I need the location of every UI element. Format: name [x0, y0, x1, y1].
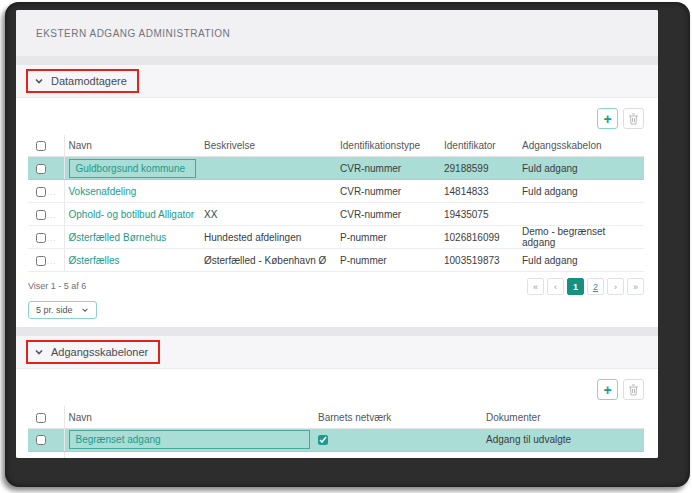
select-all-checkbox[interactable]: [36, 413, 46, 423]
cell-identifikator: 14814833: [440, 180, 518, 203]
column-header-identifikator[interactable]: Identifikator: [440, 135, 518, 157]
recipient-name-link[interactable]: Østerfælles: [69, 255, 120, 266]
app-header: EKSTERN ADGANG ADMINISTRATION: [16, 10, 658, 56]
row-checkbox[interactable]: [36, 233, 46, 243]
cell-adgangsskabelon: [518, 203, 644, 226]
chevron-down-icon: [81, 306, 89, 314]
cell-dokumenter: Adgang til udvalgte: [482, 428, 644, 451]
column-header-navn[interactable]: Navn: [64, 406, 314, 428]
row-checkbox[interactable]: [36, 164, 46, 174]
page-size-value: 5 pr. side: [36, 305, 73, 315]
column-header-adgangsskabelon[interactable]: Adgangsskabelon: [518, 135, 644, 157]
plus-icon: +: [603, 383, 611, 397]
adgangsskabeloner-table: Navn Barnets netværk Dokumenter ... Begr…: [28, 406, 644, 458]
select-all-checkbox[interactable]: [36, 141, 46, 151]
barnets-netvaerk-checkbox[interactable]: [318, 435, 328, 445]
chevron-down-icon[interactable]: [34, 347, 44, 357]
cell-dokumenter: Adgang til alle: [482, 451, 644, 458]
add-button[interactable]: +: [597, 379, 618, 400]
pagination: « ‹ 1 2 › »: [527, 278, 644, 295]
pagination-prev-button[interactable]: ‹: [547, 278, 564, 295]
table-header-row: Navn Beskrivelse Identifikationstype Ide…: [28, 135, 644, 157]
row-checkbox[interactable]: [36, 256, 46, 266]
cell-identifikationstype: CVR-nummer: [336, 157, 440, 180]
row-checkbox[interactable]: [36, 210, 46, 220]
divider-strip: [16, 56, 658, 65]
row-checkbox[interactable]: [36, 187, 46, 197]
section-header-datamodtagere: Datamodtagere: [16, 65, 658, 98]
table-row[interactable]: ... Begrænset adgang Adgang til udvalgte: [28, 428, 644, 451]
column-header-navn[interactable]: Navn: [64, 135, 200, 157]
cell-adgangsskabelon: Fuld adgang: [518, 157, 644, 180]
recipient-name-link[interactable]: Østerfælled Børnehus: [69, 232, 167, 243]
column-header-beskrivelse[interactable]: Beskrivelse: [200, 135, 336, 157]
pagination-page-2[interactable]: 2: [587, 278, 604, 295]
row-dots: ...: [47, 257, 57, 266]
cell-identifikator: 1026816099: [440, 226, 518, 249]
table-row[interactable]: ... Østerfælles Østerfælled - København …: [28, 249, 644, 272]
screenshot-stage: EKSTERN ADGANG ADMINISTRATION Datamodtag…: [0, 0, 692, 493]
row-checkbox[interactable]: [36, 435, 46, 445]
table-row[interactable]: ... Guldborgsund kommune CVR-nummer 2918…: [28, 157, 644, 180]
showing-label: Viser 1 - 5 af 6: [28, 278, 86, 291]
datamodtagere-toolbar: +: [28, 104, 644, 135]
adgangsskabeloner-content: + Navn Barnets netværk Dokumente: [16, 369, 658, 458]
section-header-adgangsskabeloner: Adgangsskabeloner: [16, 336, 658, 369]
pagination-last-button[interactable]: »: [627, 278, 644, 295]
template-name-link[interactable]: Fuld adgang: [69, 457, 125, 458]
datamodtagere-content: + Navn Beskrivelse Identifikatio: [16, 98, 658, 327]
cell-identifikator: 1003519873: [440, 249, 518, 272]
cell-identifikationstype: P-nummer: [336, 226, 440, 249]
row-dots: ...: [47, 165, 57, 174]
app-page: EKSTERN ADGANG ADMINISTRATION Datamodtag…: [16, 10, 658, 458]
table-header-row: Navn Barnets netværk Dokumenter: [28, 406, 644, 428]
section-title-adgangsskabeloner[interactable]: Adgangsskabeloner: [51, 346, 148, 358]
delete-button[interactable]: [623, 108, 644, 129]
section-title-datamodtagere[interactable]: Datamodtagere: [51, 75, 127, 87]
column-header-dokumenter[interactable]: Dokumenter: [482, 406, 644, 428]
table-row[interactable]: ... Fuld adgang Adgang til alle: [28, 451, 644, 458]
row-dots: ...: [47, 234, 57, 243]
cell-beskrivelse: Hundested afdelingen: [200, 226, 336, 249]
recipient-name-link[interactable]: Guldborgsund kommune: [76, 163, 186, 174]
pagination-page-1[interactable]: 1: [567, 278, 584, 295]
template-name-link[interactable]: Begrænset adgang: [76, 434, 161, 445]
table-row[interactable]: ... Østerfælled Børnehus Hundested afdel…: [28, 226, 644, 249]
chevron-down-icon[interactable]: [34, 76, 44, 86]
plus-icon: +: [603, 112, 611, 126]
cell-beskrivelse: XX: [200, 203, 336, 226]
add-button[interactable]: +: [597, 108, 618, 129]
page-size-select[interactable]: 5 pr. side: [28, 301, 97, 319]
trash-icon: [628, 384, 639, 396]
page-title: EKSTERN ADGANG ADMINISTRATION: [36, 28, 230, 39]
row-dots: ...: [47, 188, 57, 197]
row-dots: ...: [47, 211, 57, 220]
table-row[interactable]: ... Ophold- og botilbud Alligator XX CVR…: [28, 203, 644, 226]
cell-adgangsskabelon: Demo - begrænset adgang: [518, 226, 644, 249]
divider-strip: [16, 327, 658, 336]
delete-button[interactable]: [623, 379, 644, 400]
cell-beskrivelse: Østerfælled - København Ø: [200, 249, 336, 272]
cell-identifikationstype: P-nummer: [336, 249, 440, 272]
annotation-box-adgangsskabeloner: Adgangsskabeloner: [26, 340, 160, 364]
pagination-first-button[interactable]: «: [527, 278, 544, 295]
datamodtagere-footer: Viser 1 - 5 af 6 « ‹ 1 2 › »: [28, 272, 644, 297]
cell-adgangsskabelon: Fuld adgang: [518, 249, 644, 272]
column-header-barnets-netvaerk[interactable]: Barnets netværk: [314, 406, 482, 428]
cell-identifikationstype: CVR-nummer: [336, 180, 440, 203]
trash-icon: [628, 113, 639, 125]
cell-adgangsskabelon: Fuld adgang: [518, 180, 644, 203]
table-row[interactable]: ... Voksenafdeling CVR-nummer 14814833 F…: [28, 180, 644, 203]
cell-identifikator: 29188599: [440, 157, 518, 180]
datamodtagere-table: Navn Beskrivelse Identifikationstype Ide…: [28, 135, 644, 272]
column-header-identifikationstype[interactable]: Identifikationstype: [336, 135, 440, 157]
cell-beskrivelse: [200, 157, 336, 180]
recipient-name-link[interactable]: Ophold- og botilbud Alligator: [69, 209, 195, 220]
row-dots: ...: [47, 436, 57, 445]
recipient-name-link[interactable]: Voksenafdeling: [69, 186, 137, 197]
cell-identifikator: 19435075: [440, 203, 518, 226]
adgangsskabeloner-toolbar: +: [28, 375, 644, 406]
pagination-next-button[interactable]: ›: [607, 278, 624, 295]
cell-identifikationstype: CVR-nummer: [336, 203, 440, 226]
annotation-box-datamodtagere: Datamodtagere: [26, 69, 139, 93]
